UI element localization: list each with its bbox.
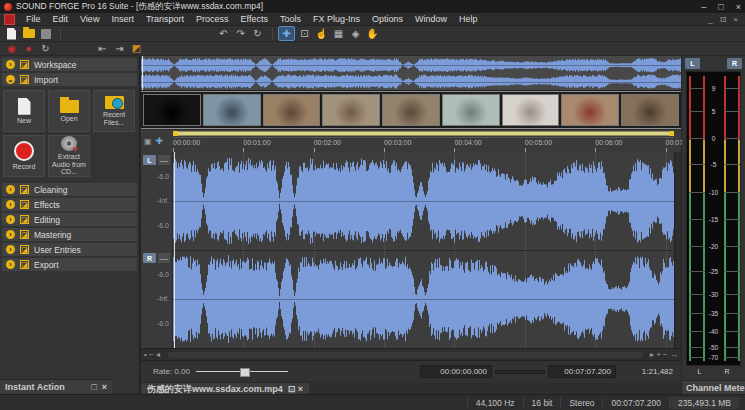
video-thumbnail[interactable]: [561, 94, 619, 126]
menu-file[interactable]: File: [20, 13, 47, 25]
sidebar-section-mastering[interactable]: ›◪Mastering: [2, 228, 137, 241]
loop-playback-icon[interactable]: ↻: [38, 42, 53, 55]
channel-minimize-button[interactable]: —: [158, 253, 170, 263]
menu-tools[interactable]: Tools: [274, 13, 307, 25]
video-thumbnail[interactable]: [442, 94, 500, 126]
channel-r-button[interactable]: R: [143, 253, 156, 263]
record-icon[interactable]: ●: [21, 42, 36, 55]
waveform-overview[interactable]: [141, 56, 681, 91]
go-to-start-icon[interactable]: ⇤: [95, 42, 110, 55]
expand-arrow-icon[interactable]: ›: [6, 215, 15, 224]
minimize-button[interactable]: –: [701, 2, 706, 12]
meter-right-button[interactable]: R: [727, 58, 742, 69]
expand-arrow-icon[interactable]: ›: [6, 185, 15, 194]
menu-options[interactable]: Options: [366, 13, 409, 25]
menu-fx-plug-ins[interactable]: FX Plug-Ins: [307, 13, 366, 25]
expand-arrow-icon[interactable]: ›: [6, 260, 15, 269]
loop-end-handle[interactable]: [669, 131, 674, 136]
undo-icon[interactable]: ↶: [216, 27, 231, 40]
main-waveform-canvas[interactable]: [173, 152, 674, 348]
overview-canvas[interactable]: [141, 56, 681, 90]
video-thumbnail[interactable]: [322, 94, 380, 126]
pin-icon[interactable]: □: [91, 382, 96, 392]
video-thumbnail[interactable]: [382, 94, 440, 126]
document-tab-controls[interactable]: ⊡ ×: [288, 384, 303, 394]
selection-start-display[interactable]: [495, 370, 545, 374]
video-thumbnail[interactable]: [621, 94, 679, 126]
video-thumbnail-strip[interactable]: [141, 91, 681, 129]
go-to-end-icon[interactable]: ⇥: [112, 42, 127, 55]
close-icon[interactable]: ×: [102, 382, 107, 392]
menu-help[interactable]: Help: [453, 13, 484, 25]
vertical-zoom-strip[interactable]: [674, 152, 681, 348]
maximize-button[interactable]: □: [718, 2, 723, 12]
import-open-button[interactable]: Open: [48, 90, 90, 132]
rate-slider-knob[interactable]: [240, 368, 250, 377]
tile-label: Recent Files...: [94, 111, 134, 126]
scroll-left-controls[interactable]: • − ◂: [144, 350, 160, 359]
import-record-button[interactable]: Record: [3, 135, 45, 177]
total-time-display[interactable]: 00:07:07.200: [548, 365, 616, 378]
sidebar-section-import[interactable]: ⌄◪Import: [2, 73, 137, 86]
mdi-close-button[interactable]: ×: [733, 15, 738, 24]
expand-arrow-icon[interactable]: ›: [6, 230, 15, 239]
sidebar-section-editing[interactable]: ›◪Editing: [2, 213, 137, 226]
edit-tool-icon[interactable]: ✚: [278, 26, 295, 41]
menu-insert[interactable]: Insert: [105, 13, 140, 25]
sidebar-section-user-entries[interactable]: ›◪User Entries: [2, 243, 137, 256]
expand-arrow-icon[interactable]: ›: [6, 245, 15, 254]
close-button[interactable]: ×: [736, 2, 741, 12]
rate-slider[interactable]: [196, 367, 288, 377]
scrollbar-track[interactable]: [168, 352, 642, 358]
save-file-icon[interactable]: [38, 27, 53, 40]
menu-effects[interactable]: Effects: [235, 13, 274, 25]
level-meter[interactable]: 950-5-10-15-20-25-30-35-40-50-70: [686, 71, 741, 366]
marker-grid-icon[interactable]: ◩: [129, 42, 144, 55]
redo-icon[interactable]: ↷: [233, 27, 248, 40]
expand-arrow-icon[interactable]: ⌄: [6, 75, 15, 84]
menu-edit[interactable]: Edit: [47, 13, 75, 25]
time-ruler[interactable]: 00:00:0000:01:0000:02:0000:03:0000:04:00…: [173, 137, 674, 153]
import-recent-files-button[interactable]: Recent Files...: [93, 90, 135, 132]
hand-tool-icon[interactable]: ✋: [365, 27, 380, 40]
section-label: Import: [34, 75, 58, 85]
sidebar-section-effects[interactable]: ›◪Effects: [2, 198, 137, 211]
menu-process[interactable]: Process: [190, 13, 235, 25]
channel-l-button[interactable]: L: [143, 155, 156, 165]
envelope-tool-icon[interactable]: ◈: [348, 27, 363, 40]
lock-icon[interactable]: ▣: [144, 137, 152, 146]
pencil-tool-icon[interactable]: ☝: [314, 27, 329, 40]
open-file-icon[interactable]: [21, 27, 36, 40]
horizontal-scrollbar[interactable]: • − ◂ ▸ + − ↔: [141, 348, 681, 360]
video-thumbnail[interactable]: [502, 94, 560, 126]
pan-crosshair-icon[interactable]: ✚: [156, 136, 164, 146]
menu-window[interactable]: Window: [409, 13, 453, 25]
meter-left-button[interactable]: L: [685, 58, 700, 69]
mdi-minimize-button[interactable]: _: [708, 15, 712, 24]
mdi-restore-button[interactable]: ⊡: [720, 15, 727, 24]
video-thumbnail[interactable]: [263, 94, 321, 126]
scroll-zoom-controls[interactable]: ▸ + − ↔: [650, 350, 678, 359]
event-tool-icon[interactable]: ▦: [331, 27, 346, 40]
sidebar-section-cleaning[interactable]: ›◪Cleaning: [2, 183, 137, 196]
expand-arrow-icon[interactable]: ›: [6, 60, 15, 69]
sidebar-section-workspace[interactable]: ›◪Workspace: [2, 58, 137, 71]
cursor-time-display[interactable]: 00:00:00.000: [420, 365, 492, 378]
menu-view[interactable]: View: [74, 13, 105, 25]
import-new-button[interactable]: New: [3, 90, 45, 132]
video-thumbnail[interactable]: [203, 94, 261, 126]
repeat-icon[interactable]: ↻: [250, 27, 265, 40]
loop-region-bar[interactable]: [173, 131, 674, 136]
channel-meters-tab[interactable]: Channel Meters □: [682, 380, 745, 394]
new-file-icon[interactable]: [4, 27, 19, 40]
menu-transport[interactable]: Transport: [140, 13, 190, 25]
magnify-tool-icon[interactable]: ⊡: [297, 27, 312, 40]
loop-start-handle[interactable]: [173, 131, 178, 136]
sidebar-section-export[interactable]: ›◪Export: [2, 258, 137, 271]
expand-arrow-icon[interactable]: ›: [6, 200, 15, 209]
video-thumbnail[interactable]: [143, 94, 201, 126]
loop-record-icon[interactable]: ◉: [4, 42, 19, 55]
channel-minimize-button[interactable]: —: [158, 155, 170, 165]
instant-action-tab[interactable]: Instant Action □ ×: [0, 379, 112, 394]
import-extract-cd-button[interactable]: Extract Audio from CD...: [48, 135, 90, 177]
